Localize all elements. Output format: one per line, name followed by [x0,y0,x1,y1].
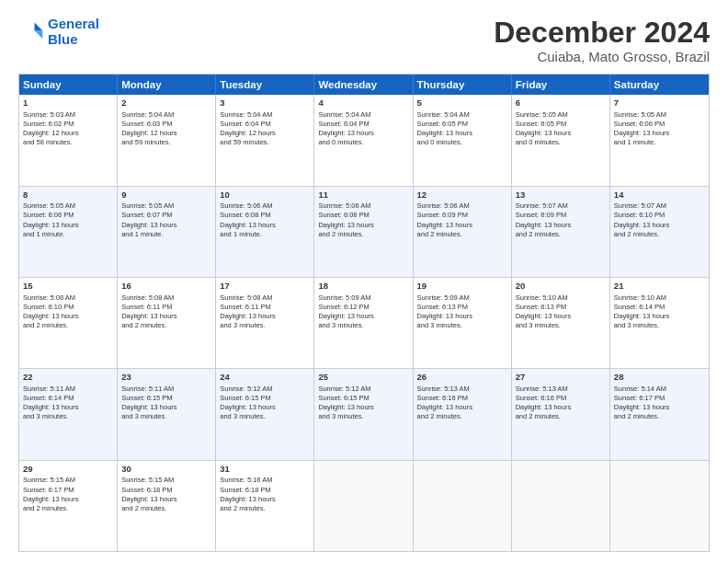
cell-line: Daylight: 13 hours [220,495,310,504]
day-number: 22 [23,372,113,384]
cell-line: Daylight: 13 hours [318,221,408,230]
day-number: 28 [614,372,705,384]
cell-line: and 1 minute. [220,230,310,239]
day-number: 25 [318,372,408,384]
cell-line: Daylight: 13 hours [23,403,113,412]
day-number: 10 [220,190,310,201]
calendar-cell-r0-c1: 2Sunrise: 5:04 AMSunset: 6:03 PMDaylight… [118,95,216,185]
cell-line: Sunset: 6:15 PM [318,394,408,403]
cell-line: and 2 minutes. [318,230,408,239]
calendar-cell-r2-c1: 16Sunrise: 5:08 AMSunset: 6:11 PMDayligh… [118,278,216,368]
calendar-cell-r3-c2: 24Sunrise: 5:12 AMSunset: 6:15 PMDayligh… [216,369,314,459]
calendar-cell-r4-c2: 31Sunrise: 5:16 AMSunset: 6:18 PMDayligh… [216,461,314,551]
cell-line: Sunrise: 5:15 AM [121,476,211,485]
cell-line: Daylight: 13 hours [614,403,705,412]
calendar-cell-r0-c3: 4Sunrise: 5:04 AMSunset: 6:04 PMDaylight… [314,95,413,185]
cell-line: Sunrise: 5:07 AM [614,201,705,211]
cell-line: Daylight: 13 hours [220,403,310,412]
logo-line2: Blue [48,31,78,47]
cell-line: Sunset: 6:09 PM [516,211,606,220]
day-number: 16 [121,281,211,293]
cell-line: Sunrise: 5:05 AM [23,201,113,211]
cell-line: and 2 minutes. [220,504,310,513]
calendar-cell-r3-c6: 28Sunrise: 5:14 AMSunset: 6:17 PMDayligh… [610,369,709,459]
logo-text: General Blue [48,17,99,47]
day-number: 18 [318,281,408,293]
header-day-tuesday: Tuesday [216,75,314,95]
calendar-cell-r4-c4 [414,461,512,551]
cell-line: Sunrise: 5:09 AM [417,293,507,303]
cell-line: Daylight: 13 hours [614,129,705,138]
page: General Blue December 2024 Cuiaba, Mato … [0,0,728,563]
calendar-cell-r2-c5: 20Sunrise: 5:10 AMSunset: 6:13 PMDayligh… [512,278,610,368]
calendar-cell-r4-c0: 29Sunrise: 5:15 AMSunset: 6:17 PMDayligh… [19,461,118,551]
cell-line: Sunrise: 5:14 AM [614,385,705,394]
day-number: 19 [417,281,507,293]
cell-line: Sunset: 6:10 PM [614,211,705,220]
cell-line: Sunset: 6:16 PM [516,394,606,403]
header-day-thursday: Thursday [414,75,512,95]
cell-line: and 2 minutes. [417,230,507,239]
cell-line: Daylight: 13 hours [23,312,113,321]
cell-line: Sunrise: 5:11 AM [23,385,113,394]
cell-line: Sunset: 6:13 PM [417,303,507,312]
cell-line: and 0 minutes. [318,138,408,147]
header: General Blue December 2024 Cuiaba, Mato … [18,17,710,64]
cell-line: Daylight: 13 hours [318,403,408,412]
cell-line: Sunset: 6:07 PM [121,211,211,220]
cell-line: Sunrise: 5:10 AM [516,293,606,303]
cell-line: and 3 minutes. [220,321,310,330]
calendar-row-1: 8Sunrise: 5:05 AMSunset: 6:06 PMDaylight… [19,187,709,278]
day-number: 5 [417,98,507,109]
cell-line: Sunrise: 5:15 AM [23,476,113,485]
cell-line: Daylight: 13 hours [318,312,408,321]
cell-line: Sunset: 6:04 PM [220,120,310,129]
day-number: 17 [220,281,310,293]
cell-line: Sunrise: 5:12 AM [318,385,408,394]
cell-line: Sunset: 6:11 PM [121,303,211,312]
cell-line: Daylight: 13 hours [121,221,211,230]
cell-line: and 0 minutes. [417,138,507,147]
cell-line: and 3 minutes. [516,321,606,330]
calendar-cell-r4-c6 [610,461,709,551]
cell-line: Daylight: 13 hours [318,129,408,138]
cell-line: Sunrise: 5:11 AM [121,385,211,394]
calendar-cell-r1-c6: 14Sunrise: 5:07 AMSunset: 6:10 PMDayligh… [610,187,709,277]
cell-line: Sunset: 6:17 PM [23,486,113,495]
calendar-cell-r3-c4: 26Sunrise: 5:13 AMSunset: 6:16 PMDayligh… [414,369,512,459]
cell-line: Sunrise: 5:04 AM [220,110,310,120]
calendar-cell-r2-c2: 17Sunrise: 5:08 AMSunset: 6:11 PMDayligh… [216,278,314,368]
cell-line: and 2 minutes. [417,412,507,421]
calendar-cell-r2-c3: 18Sunrise: 5:09 AMSunset: 6:12 PMDayligh… [314,278,413,368]
calendar-cell-r4-c1: 30Sunrise: 5:15 AMSunset: 6:18 PMDayligh… [118,461,216,551]
cell-line: and 2 minutes. [23,321,113,330]
day-number: 14 [614,190,705,201]
cell-line: Sunset: 6:18 PM [121,486,211,495]
day-number: 15 [23,281,113,293]
svg-marker-1 [35,30,43,39]
cell-line: and 2 minutes. [516,230,606,239]
calendar-cell-r1-c2: 10Sunrise: 5:06 AMSunset: 6:08 PMDayligh… [216,187,314,277]
cell-line: Sunrise: 5:04 AM [318,110,408,120]
cell-line: Daylight: 13 hours [516,312,606,321]
cell-line: Daylight: 12 hours [121,129,211,138]
calendar-subtitle: Cuiaba, Mato Grosso, Brazil [494,49,710,64]
cell-line: Sunset: 6:10 PM [23,303,113,312]
logo-icon [18,19,44,45]
cell-line: Sunrise: 5:06 AM [318,201,408,211]
calendar-cell-r2-c0: 15Sunrise: 5:08 AMSunset: 6:10 PMDayligh… [19,278,118,368]
calendar-cell-r1-c3: 11Sunrise: 5:06 AMSunset: 6:08 PMDayligh… [314,187,413,277]
cell-line: and 1 minute. [121,230,211,239]
cell-line: Sunrise: 5:05 AM [121,201,211,211]
cell-line: Daylight: 13 hours [417,312,507,321]
calendar-cell-r0-c2: 3Sunrise: 5:04 AMSunset: 6:04 PMDaylight… [216,95,314,185]
day-number: 24 [220,372,310,384]
cell-line: and 2 minutes. [516,412,606,421]
day-number: 1 [23,98,113,109]
cell-line: Sunset: 6:06 PM [23,211,113,220]
calendar-cell-r1-c4: 12Sunrise: 5:06 AMSunset: 6:09 PMDayligh… [414,187,512,277]
cell-line: Daylight: 13 hours [417,403,507,412]
cell-line: Sunset: 6:11 PM [220,303,310,312]
cell-line: Sunrise: 5:04 AM [121,110,211,120]
header-day-friday: Friday [512,75,610,95]
